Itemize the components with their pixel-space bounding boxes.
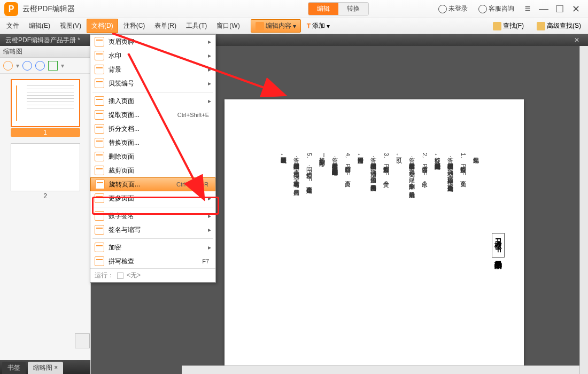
adv-find-icon: [537, 22, 545, 30]
dd-run[interactable]: 运行：<无>: [90, 268, 215, 282]
chevron-right-icon: ▸: [208, 38, 211, 45]
dd-item-10[interactable]: 裁剪页面: [90, 163, 215, 177]
mode-edit[interactable]: 编辑: [308, 3, 338, 15]
dd-item-14[interactable]: 数字签名▸: [90, 209, 215, 223]
zoom-out-icon[interactable]: [35, 61, 45, 71]
menu-button[interactable]: ≡: [520, 3, 536, 15]
dd-item-2[interactable]: 背景▸: [90, 63, 215, 76]
dd-item-15[interactable]: 签名与缩写▸: [90, 223, 215, 237]
page-icon: [95, 243, 104, 252]
menu-window[interactable]: 窗口(W): [212, 19, 244, 33]
menu-comment[interactable]: 注释(C): [119, 19, 150, 33]
edit-icon: [256, 22, 264, 30]
mode-switch[interactable]: 编辑 转换: [308, 2, 369, 15]
login-link[interactable]: 未登录: [438, 4, 468, 13]
pdf-page: 云橙 PDF 编辑器产品手册 常见问题 1、如何旋转 PDF 页面？ 答：用编辑…: [225, 99, 524, 367]
app-logo: P: [4, 2, 18, 16]
dd-item-0[interactable]: 页眉页脚▸: [90, 35, 215, 49]
text-add-icon: T: [307, 22, 311, 30]
sidebar-tab-bookmark[interactable]: 书签: [2, 362, 26, 374]
page-icon: [95, 256, 104, 266]
chevron-right-icon: ▸: [208, 52, 211, 59]
edit-content-button[interactable]: 编辑内容 ▾: [251, 19, 301, 33]
minimize-button[interactable]: —: [536, 3, 552, 15]
app-title: 云橙PDF编辑器: [22, 4, 75, 14]
page-icon: [95, 166, 104, 175]
menu-file[interactable]: 文件: [2, 19, 24, 33]
chevron-right-icon: ▸: [208, 212, 211, 220]
dd-item-7[interactable]: 拆分文档...: [90, 122, 215, 136]
page-icon: [95, 79, 104, 88]
page-icon: [95, 51, 104, 60]
maximize-button[interactable]: ☐: [552, 3, 568, 15]
page-icon: [95, 211, 104, 221]
page-icon: [95, 37, 104, 46]
page-icon: [95, 225, 104, 235]
menu-document[interactable]: 文档(D): [87, 19, 118, 33]
dd-item-18[interactable]: 拼写检查F7: [90, 254, 215, 268]
page-icon: [95, 138, 104, 147]
page-icon: [95, 193, 104, 203]
chevron-right-icon: ▸: [208, 244, 211, 251]
dd-item-5[interactable]: 插入页面▸: [90, 94, 215, 108]
chevron-right-icon: ▸: [208, 226, 211, 233]
adv-find-button[interactable]: 高级查找(S): [532, 19, 586, 33]
rotate-icon[interactable]: [48, 61, 58, 71]
page-icon: [95, 110, 104, 120]
page-icon: [95, 96, 104, 106]
document-dropdown: 页眉页脚▸水印▸背景▸贝茨编号▸插入页面▸提取页面...Ctrl+Shift+E…: [90, 34, 216, 283]
dd-item-11[interactable]: 旋转页面...Ctrl+Shift+R: [90, 177, 215, 191]
page-icon: [95, 124, 104, 134]
gear-icon[interactable]: [3, 61, 13, 71]
chevron-down-icon: ▾: [293, 22, 296, 30]
thumbnail-sidebar: 缩略图 ▾ ▾ 1 2 书签 缩略图 ×: [0, 46, 91, 374]
find-button[interactable]: 查找(F): [488, 19, 529, 33]
sidebar-title: 缩略图: [0, 46, 90, 58]
page-icon: [95, 152, 104, 161]
dd-item-9[interactable]: 删除页面: [90, 150, 215, 163]
copy-pages-icon[interactable]: [75, 333, 90, 348]
tab-close-icon[interactable]: ✕: [574, 36, 579, 44]
user-icon: [438, 5, 447, 13]
dd-item-12[interactable]: 更多页面▸: [90, 191, 215, 205]
vertical-scrollbar[interactable]: [579, 46, 588, 374]
add-button[interactable]: T 添加 ▾: [302, 19, 335, 33]
find-icon: [493, 22, 501, 30]
chevron-right-icon: ▸: [208, 97, 211, 105]
service-link[interactable]: 客服咨询: [478, 4, 514, 13]
page-title: 云橙 PDF 编辑器产品手册: [492, 233, 505, 258]
page-icon: [95, 65, 104, 74]
zoom-in-icon[interactable]: [22, 61, 32, 71]
dd-item-17[interactable]: 加密▸: [90, 240, 215, 254]
chevron-right-icon: ▸: [208, 66, 211, 73]
menu-edit[interactable]: 编辑(E): [25, 19, 55, 33]
dd-item-6[interactable]: 提取页面...Ctrl+Shift+E: [90, 108, 215, 122]
thumb-page-1[interactable]: 1: [11, 79, 80, 137]
dd-item-8[interactable]: 替换页面...: [90, 136, 215, 150]
menu-view[interactable]: 视图(V): [56, 19, 86, 33]
thumb-page-2[interactable]: 2: [11, 143, 80, 200]
menu-tool[interactable]: 工具(T): [182, 19, 211, 33]
chevron-right-icon: ▸: [208, 80, 211, 87]
sidebar-tab-thumb[interactable]: 缩略图 ×: [28, 362, 63, 374]
chevron-down-icon: ▾: [327, 22, 330, 30]
dd-item-1[interactable]: 水印▸: [90, 49, 215, 63]
close-icon: ×: [54, 364, 58, 371]
page-icon: [95, 180, 105, 189]
mode-convert[interactable]: 转换: [338, 3, 368, 15]
horizontal-scrollbar[interactable]: [182, 365, 579, 374]
smile-icon: [478, 5, 487, 13]
chevron-down-icon[interactable]: ▾: [16, 62, 19, 69]
chevron-right-icon: ▸: [208, 194, 211, 202]
chevron-down-icon[interactable]: ▾: [61, 62, 64, 69]
dd-item-3[interactable]: 贝茨编号▸: [90, 76, 215, 90]
close-button[interactable]: ✕: [568, 3, 584, 15]
document-tab[interactable]: 云橙PDF编辑器产品手册 * ✕: [0, 34, 588, 46]
menu-form[interactable]: 表单(R): [150, 19, 181, 33]
